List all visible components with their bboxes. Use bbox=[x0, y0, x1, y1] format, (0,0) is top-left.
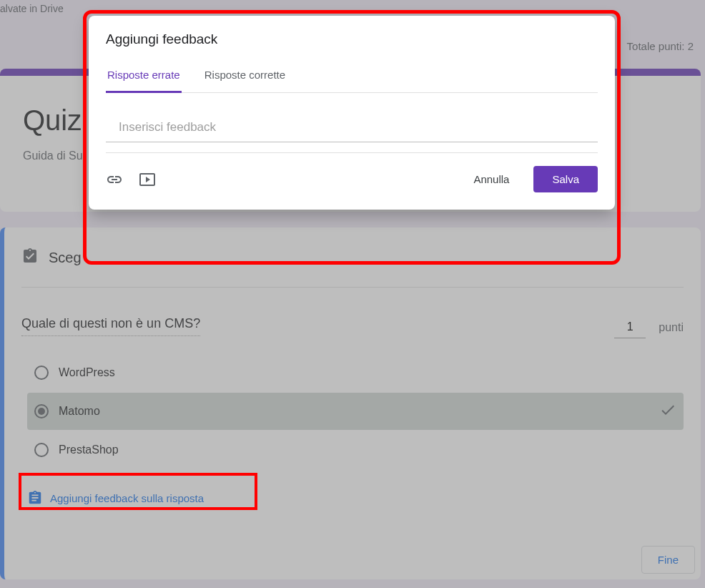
dialog-tabs: Risposte errate Risposte corrette bbox=[106, 69, 598, 93]
video-icon bbox=[139, 171, 156, 188]
tab-wrong-answers[interactable]: Risposte errate bbox=[106, 69, 182, 93]
link-icon bbox=[106, 171, 123, 188]
tab-correct-answers[interactable]: Risposte corrette bbox=[203, 69, 287, 92]
insert-link-button[interactable] bbox=[106, 171, 123, 188]
feedback-dialog: Aggiungi feedback Risposte errate Rispos… bbox=[89, 16, 615, 210]
insert-video-button[interactable] bbox=[139, 171, 156, 188]
cancel-button[interactable]: Annulla bbox=[465, 166, 518, 192]
save-button[interactable]: Salva bbox=[533, 166, 598, 192]
dialog-title: Aggiungi feedback bbox=[106, 31, 598, 47]
feedback-input[interactable] bbox=[106, 93, 598, 142]
